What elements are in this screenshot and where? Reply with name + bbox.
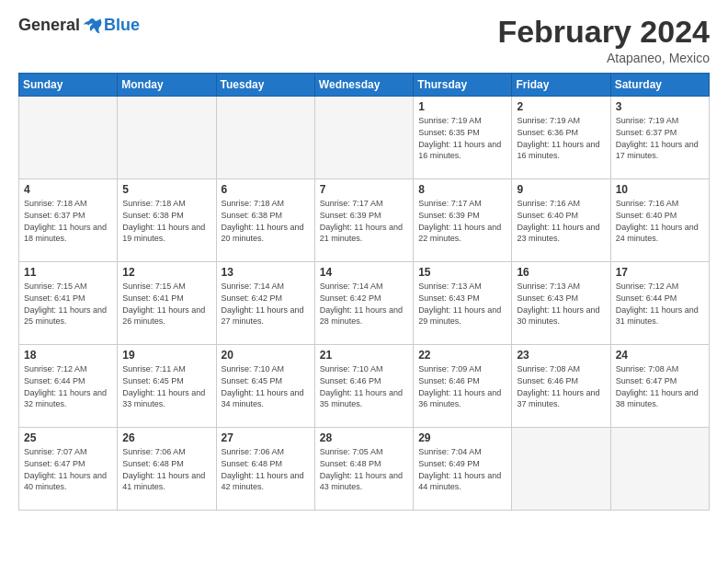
calendar-subtitle: Atapaneo, Mexico — [497, 51, 710, 65]
day-cell: 29Sunrise: 7:04 AM Sunset: 6:49 PM Dayli… — [414, 428, 512, 511]
day-cell: 1Sunrise: 7:19 AM Sunset: 6:35 PM Daylig… — [414, 97, 512, 179]
day-number: 27 — [222, 431, 310, 444]
day-number: 16 — [517, 266, 605, 279]
day-number: 14 — [320, 266, 408, 279]
day-cell — [118, 97, 216, 179]
day-cell: 17Sunrise: 7:12 AM Sunset: 6:44 PM Dayli… — [610, 262, 709, 345]
day-cell — [512, 428, 610, 511]
day-number: 25 — [24, 431, 112, 444]
day-header-thursday: Thursday — [414, 74, 512, 97]
day-info: Sunrise: 7:10 AM Sunset: 6:46 PM Dayligh… — [320, 363, 408, 409]
day-number: 6 — [222, 183, 310, 196]
day-cell — [314, 97, 413, 179]
day-cell: 6Sunrise: 7:18 AM Sunset: 6:38 PM Daylig… — [216, 179, 314, 262]
day-number: 19 — [122, 349, 210, 362]
logo-blue-text: Blue — [104, 16, 140, 35]
day-number: 20 — [222, 349, 310, 362]
day-number: 26 — [122, 431, 210, 444]
day-number: 15 — [418, 266, 506, 279]
day-number: 17 — [616, 266, 704, 279]
day-header-wednesday: Wednesday — [314, 74, 413, 97]
day-cell: 25Sunrise: 7:07 AM Sunset: 6:47 PM Dayli… — [19, 428, 118, 511]
day-info: Sunrise: 7:19 AM Sunset: 6:35 PM Dayligh… — [418, 115, 506, 161]
day-cell: 15Sunrise: 7:13 AM Sunset: 6:43 PM Dayli… — [414, 262, 512, 345]
title-block: February 2024 Atapaneo, Mexico — [497, 15, 710, 65]
day-cell: 23Sunrise: 7:08 AM Sunset: 6:46 PM Dayli… — [512, 345, 610, 428]
day-info: Sunrise: 7:13 AM Sunset: 6:43 PM Dayligh… — [418, 281, 506, 327]
day-number: 22 — [418, 349, 506, 362]
day-number: 9 — [517, 183, 605, 196]
day-info: Sunrise: 7:04 AM Sunset: 6:49 PM Dayligh… — [418, 446, 506, 492]
day-info: Sunrise: 7:12 AM Sunset: 6:44 PM Dayligh… — [616, 281, 704, 327]
day-info: Sunrise: 7:08 AM Sunset: 6:47 PM Dayligh… — [616, 363, 704, 409]
day-cell: 3Sunrise: 7:19 AM Sunset: 6:37 PM Daylig… — [610, 97, 709, 179]
day-cell — [610, 428, 709, 511]
day-info: Sunrise: 7:18 AM Sunset: 6:37 PM Dayligh… — [24, 198, 112, 244]
logo-general-text: General — [18, 16, 80, 35]
day-info: Sunrise: 7:15 AM Sunset: 6:41 PM Dayligh… — [122, 281, 210, 327]
day-number: 24 — [616, 349, 704, 362]
day-info: Sunrise: 7:07 AM Sunset: 6:47 PM Dayligh… — [24, 446, 112, 492]
day-cell: 9Sunrise: 7:16 AM Sunset: 6:40 PM Daylig… — [512, 179, 610, 262]
day-info: Sunrise: 7:06 AM Sunset: 6:48 PM Dayligh… — [122, 446, 210, 492]
day-header-saturday: Saturday — [610, 74, 709, 97]
day-header-monday: Monday — [118, 74, 216, 97]
day-cell: 11Sunrise: 7:15 AM Sunset: 6:41 PM Dayli… — [19, 262, 118, 345]
day-number: 10 — [616, 183, 704, 196]
day-info: Sunrise: 7:11 AM Sunset: 6:45 PM Dayligh… — [122, 363, 210, 409]
day-number: 1 — [418, 100, 506, 113]
page: General Blue February 2024 Atapaneo, Mex… — [0, 0, 728, 563]
day-info: Sunrise: 7:14 AM Sunset: 6:42 PM Dayligh… — [222, 281, 310, 327]
day-cell: 21Sunrise: 7:10 AM Sunset: 6:46 PM Dayli… — [314, 345, 413, 428]
day-cell — [19, 97, 118, 179]
day-number: 12 — [122, 266, 210, 279]
day-cell: 24Sunrise: 7:08 AM Sunset: 6:47 PM Dayli… — [610, 345, 709, 428]
day-header-sunday: Sunday — [19, 74, 118, 97]
day-cell: 22Sunrise: 7:09 AM Sunset: 6:46 PM Dayli… — [414, 345, 512, 428]
day-info: Sunrise: 7:17 AM Sunset: 6:39 PM Dayligh… — [320, 198, 408, 244]
day-header-tuesday: Tuesday — [216, 74, 314, 97]
day-info: Sunrise: 7:12 AM Sunset: 6:44 PM Dayligh… — [24, 363, 112, 409]
day-cell: 16Sunrise: 7:13 AM Sunset: 6:43 PM Dayli… — [512, 262, 610, 345]
day-cell: 20Sunrise: 7:10 AM Sunset: 6:45 PM Dayli… — [216, 345, 314, 428]
day-cell — [216, 97, 314, 179]
day-cell: 10Sunrise: 7:16 AM Sunset: 6:40 PM Dayli… — [610, 179, 709, 262]
day-number: 21 — [320, 349, 408, 362]
day-number: 3 — [616, 100, 704, 113]
day-number: 13 — [222, 266, 310, 279]
day-cell: 27Sunrise: 7:06 AM Sunset: 6:48 PM Dayli… — [216, 428, 314, 511]
day-info: Sunrise: 7:16 AM Sunset: 6:40 PM Dayligh… — [616, 198, 704, 244]
day-cell: 12Sunrise: 7:15 AM Sunset: 6:41 PM Dayli… — [118, 262, 216, 345]
day-info: Sunrise: 7:15 AM Sunset: 6:41 PM Dayligh… — [24, 281, 112, 327]
day-number: 4 — [24, 183, 112, 196]
day-info: Sunrise: 7:17 AM Sunset: 6:39 PM Dayligh… — [418, 198, 506, 244]
day-number: 2 — [517, 100, 605, 113]
day-header-friday: Friday — [512, 74, 610, 97]
day-cell: 13Sunrise: 7:14 AM Sunset: 6:42 PM Dayli… — [216, 262, 314, 345]
week-row-5: 25Sunrise: 7:07 AM Sunset: 6:47 PM Dayli… — [19, 428, 710, 511]
header: General Blue February 2024 Atapaneo, Mex… — [18, 15, 710, 65]
day-info: Sunrise: 7:13 AM Sunset: 6:43 PM Dayligh… — [517, 281, 605, 327]
day-info: Sunrise: 7:19 AM Sunset: 6:37 PM Dayligh… — [616, 115, 704, 161]
day-info: Sunrise: 7:18 AM Sunset: 6:38 PM Dayligh… — [122, 198, 210, 244]
day-info: Sunrise: 7:14 AM Sunset: 6:42 PM Dayligh… — [320, 281, 408, 327]
day-cell: 4Sunrise: 7:18 AM Sunset: 6:37 PM Daylig… — [19, 179, 118, 262]
day-cell: 26Sunrise: 7:06 AM Sunset: 6:48 PM Dayli… — [118, 428, 216, 511]
week-row-2: 4Sunrise: 7:18 AM Sunset: 6:37 PM Daylig… — [19, 179, 710, 262]
day-number: 7 — [320, 183, 408, 196]
day-info: Sunrise: 7:18 AM Sunset: 6:38 PM Dayligh… — [222, 198, 310, 244]
day-info: Sunrise: 7:08 AM Sunset: 6:46 PM Dayligh… — [517, 363, 605, 409]
day-number: 28 — [320, 431, 408, 444]
day-cell: 8Sunrise: 7:17 AM Sunset: 6:39 PM Daylig… — [414, 179, 512, 262]
calendar-table: SundayMondayTuesdayWednesdayThursdayFrid… — [18, 73, 710, 511]
week-row-1: 1Sunrise: 7:19 AM Sunset: 6:35 PM Daylig… — [19, 97, 710, 179]
day-cell: 14Sunrise: 7:14 AM Sunset: 6:42 PM Dayli… — [314, 262, 413, 345]
day-cell: 28Sunrise: 7:05 AM Sunset: 6:48 PM Dayli… — [314, 428, 413, 511]
day-info: Sunrise: 7:10 AM Sunset: 6:45 PM Dayligh… — [222, 363, 310, 409]
calendar-title: February 2024 — [497, 15, 710, 49]
logo-bird-icon — [82, 15, 102, 35]
day-info: Sunrise: 7:06 AM Sunset: 6:48 PM Dayligh… — [222, 446, 310, 492]
days-header-row: SundayMondayTuesdayWednesdayThursdayFrid… — [19, 74, 710, 97]
day-number: 8 — [418, 183, 506, 196]
day-cell: 2Sunrise: 7:19 AM Sunset: 6:36 PM Daylig… — [512, 97, 610, 179]
